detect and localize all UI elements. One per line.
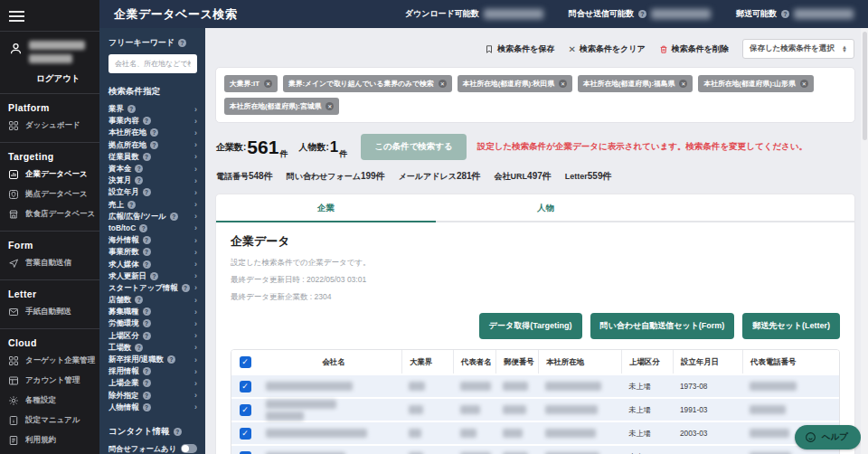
help-icon[interactable]	[170, 213, 178, 221]
filter-item[interactable]: toB/toC›	[108, 222, 197, 234]
filter-item[interactable]: 売上›	[108, 199, 197, 211]
help-button[interactable]: ヘルプ	[795, 425, 861, 449]
filter-item[interactable]: スタートアップ情報›	[108, 282, 197, 294]
filter-item[interactable]: 従業員数›	[108, 151, 197, 163]
help-icon[interactable]	[178, 39, 186, 47]
help-icon[interactable]	[135, 176, 143, 184]
help-icon[interactable]	[143, 307, 151, 316]
filter-item[interactable]: 拠点所在地›	[108, 139, 197, 151]
table-row[interactable]: 未上場1981-05	[231, 444, 839, 454]
remove-tag-icon[interactable]: ✕	[679, 80, 687, 88]
filter-item[interactable]: 募集職種›	[108, 306, 197, 317]
help-icon[interactable]	[638, 10, 646, 18]
sidebar-item[interactable]: 手紙自動郵送	[8, 307, 92, 317]
help-icon[interactable]	[143, 248, 151, 256]
help-icon[interactable]	[143, 188, 151, 196]
hamburger-menu-icon[interactable]	[0, 0, 99, 31]
sidebar-item[interactable]: 企業データベース	[8, 169, 92, 180]
sidebar-item[interactable]: 飲食店データベース	[8, 209, 92, 220]
filter-item[interactable]: 上場区分›	[108, 330, 197, 342]
help-icon[interactable]	[143, 236, 151, 244]
help-icon[interactable]	[781, 10, 789, 18]
filter-item[interactable]: 業界›	[108, 103, 197, 115]
logout-button[interactable]: ログアウト	[36, 73, 92, 85]
help-icon[interactable]	[167, 355, 175, 364]
filter-item[interactable]: 資本金›	[108, 163, 197, 175]
export-button[interactable]: データ取得(Targeting)	[479, 313, 582, 339]
vertical-scrollbar[interactable]	[861, 28, 868, 454]
row-checkbox[interactable]	[240, 356, 251, 368]
filter-item[interactable]: 海外情報›	[108, 234, 197, 246]
help-icon[interactable]	[174, 428, 182, 436]
help-icon[interactable]	[143, 332, 151, 340]
saved-condition-select[interactable]: 保存した検索条件を選択 ▲▼	[742, 39, 854, 59]
store-icon	[8, 209, 19, 220]
table-row[interactable]: 未上場1991-03	[231, 397, 839, 421]
delete-condition-button[interactable]: 検索条件を削除	[659, 43, 729, 55]
help-icon[interactable]	[135, 296, 143, 304]
filter-item[interactable]: 除外指定›	[108, 390, 197, 402]
sidebar-item[interactable]: 設定マニュアル	[8, 415, 92, 426]
filter-item[interactable]: 人物情報›	[108, 402, 197, 413]
help-icon[interactable]	[127, 105, 136, 113]
search-with-conditions-button[interactable]: この条件で検索する	[361, 134, 467, 160]
sidebar-item[interactable]: アカウント管理	[8, 375, 92, 386]
help-icon[interactable]	[143, 117, 151, 125]
help-icon[interactable]	[150, 141, 158, 149]
help-icon[interactable]	[127, 201, 136, 209]
remove-tag-icon[interactable]: ✕	[326, 102, 334, 110]
filter-item[interactable]: 事業内容›	[108, 115, 197, 127]
export-button[interactable]: 郵送先セット(Letter)	[742, 313, 840, 339]
filter-item[interactable]: 決算月›	[108, 175, 197, 186]
filter-item[interactable]: 本社所在地›	[108, 127, 197, 138]
save-condition-button[interactable]: 検索条件を保存	[485, 43, 554, 55]
help-icon[interactable]	[150, 272, 158, 280]
help-icon[interactable]	[182, 284, 190, 292]
help-icon[interactable]	[143, 367, 151, 375]
row-checkbox[interactable]	[240, 451, 251, 454]
help-icon[interactable]	[143, 403, 151, 411]
sidebar-item[interactable]: 拠点データベース	[8, 189, 92, 200]
clear-condition-button[interactable]: ✕ 検索条件をクリア	[568, 43, 645, 55]
help-icon[interactable]	[143, 392, 151, 400]
table-row[interactable]: 未上場1973-08	[231, 374, 839, 397]
filter-item[interactable]: 求人更新日›	[108, 270, 197, 282]
toggle-switch[interactable]	[181, 444, 197, 453]
sidebar-item[interactable]: 各種設定	[8, 395, 92, 406]
tab-person[interactable]: 人物	[436, 194, 656, 221]
filter-item[interactable]: 新卒採用/退職数›	[108, 354, 197, 365]
tab-company[interactable]: 企業	[216, 194, 436, 221]
keyword-search-input[interactable]	[108, 54, 197, 73]
filter-item[interactable]: 店舗数›	[108, 294, 197, 306]
row-checkbox[interactable]	[240, 404, 251, 416]
help-icon[interactable]	[150, 128, 158, 137]
remove-tag-icon[interactable]: ✕	[559, 80, 567, 88]
help-icon[interactable]	[143, 319, 151, 327]
sidebar-item[interactable]: 利用規約	[8, 435, 92, 446]
remove-tag-icon[interactable]: ✕	[439, 80, 447, 88]
filter-item[interactable]: 求人媒体›	[108, 258, 197, 270]
remove-tag-icon[interactable]: ✕	[264, 80, 272, 88]
help-icon[interactable]	[135, 344, 143, 352]
filter-item[interactable]: 設立年月›	[108, 186, 197, 198]
help-icon[interactable]	[143, 379, 151, 387]
export-button[interactable]: 問い合わせ自動送信セット(Form)	[590, 313, 735, 339]
help-icon[interactable]	[139, 224, 147, 232]
sidebar-item[interactable]: ダッシュボード	[8, 120, 92, 131]
sidebar-item[interactable]: ターゲット企業管理	[8, 355, 92, 366]
remove-tag-icon[interactable]: ✕	[800, 80, 808, 88]
row-checkbox[interactable]	[240, 428, 251, 440]
filter-item[interactable]: 事業所数›	[108, 246, 197, 258]
table-row[interactable]: 未上場2003-03	[231, 421, 839, 444]
filter-item[interactable]: 工場数›	[108, 342, 197, 354]
filter-item[interactable]: 労働環境›	[108, 317, 197, 329]
help-icon[interactable]	[143, 153, 151, 161]
filter-item[interactable]: 上場企業›	[108, 377, 197, 389]
filter-item[interactable]: 広報/広告/ツール›	[108, 211, 197, 222]
filter-item[interactable]: 採用情報›	[108, 365, 197, 377]
help-icon[interactable]	[135, 165, 143, 173]
help-icon[interactable]	[143, 260, 151, 269]
row-checkbox[interactable]	[240, 381, 251, 393]
sidebar-item[interactable]: 営業自動送信	[8, 258, 92, 269]
chevron-right-icon: ›	[194, 236, 197, 245]
